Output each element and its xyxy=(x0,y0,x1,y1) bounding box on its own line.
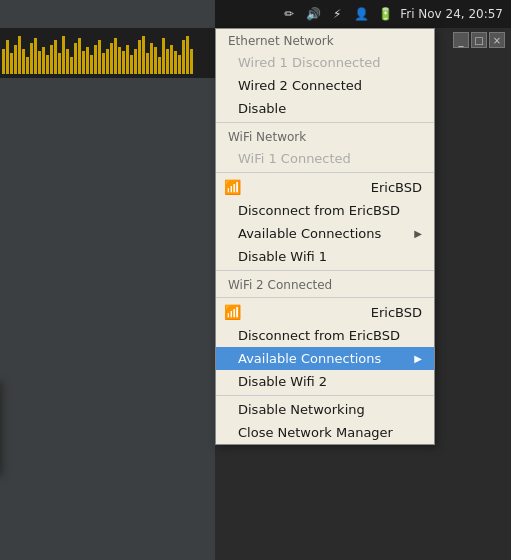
maximize-button[interactable]: □ xyxy=(471,32,487,48)
taskbar-time: Fri Nov 24, 20:57 xyxy=(400,7,503,21)
network-icon[interactable]: ⚡ xyxy=(328,5,346,23)
battery-icon[interactable]: 🔋 xyxy=(376,5,394,23)
wifi1-connected-item[interactable]: WiFi 1 Connected xyxy=(216,147,434,170)
taskbar-right: ✏ 🔊 ⚡ 👤 🔋 Fri Nov 24, 20:57 xyxy=(280,5,511,23)
arrow-icon-2: ▶ xyxy=(414,353,422,364)
available-connections-1-item[interactable]: Available Connections ▶ xyxy=(216,222,434,245)
disable-wifi2-item[interactable]: Disable Wifi 2 xyxy=(216,370,434,393)
separator-1 xyxy=(216,122,434,123)
volume-icon[interactable]: 🔊 xyxy=(304,5,322,23)
close-network-manager-item[interactable]: Close Network Manager xyxy=(216,421,434,444)
ericbsd-label-2: EricBSD xyxy=(371,305,422,320)
separator-5 xyxy=(216,395,434,396)
available-connections-1-label: Available Connections xyxy=(238,226,381,241)
separator-4 xyxy=(216,297,434,298)
disable-wifi1-item[interactable]: Disable Wifi 1 xyxy=(216,245,434,268)
available-connections-2-label: Available Connections xyxy=(238,351,381,366)
ericbsd-header-2: 📶 EricBSD xyxy=(216,300,434,324)
background-panel xyxy=(0,0,215,560)
win-controls: _ □ × xyxy=(447,28,511,52)
wifi-signal-icon-1: 📶 xyxy=(224,179,241,195)
ericbsd-label-1: EricBSD xyxy=(371,180,422,195)
wifi-signal-icon-2: 📶 xyxy=(224,304,241,320)
waveform-chart xyxy=(0,28,215,78)
wifi-network-header: WiFi Network xyxy=(216,125,434,147)
ethernet-network-header: Ethernet Network xyxy=(216,29,434,51)
ericbsd-header-1: 📶 EricBSD xyxy=(216,175,434,199)
context-menu: Ethernet Network Wired 1 Disconnected Wi… xyxy=(215,28,435,445)
wifi2-connected-header: WiFi 2 Connected xyxy=(216,273,434,295)
wired1-disconnected-item[interactable]: Wired 1 Disconnected xyxy=(216,51,434,74)
disable-wired-item[interactable]: Disable xyxy=(216,97,434,120)
arrow-icon-1: ▶ xyxy=(414,228,422,239)
minimize-button[interactable]: _ xyxy=(453,32,469,48)
separator-2 xyxy=(216,172,434,173)
disconnect-ericbsd-1-item[interactable]: Disconnect from EricBSD xyxy=(216,199,434,222)
close-button[interactable]: × xyxy=(489,32,505,48)
user-icon[interactable]: 👤 xyxy=(352,5,370,23)
available-connections-2-item[interactable]: Available Connections ▶ xyxy=(216,347,434,370)
pencil-icon[interactable]: ✏ xyxy=(280,5,298,23)
separator-3 xyxy=(216,270,434,271)
disconnect-ericbsd-2-item[interactable]: Disconnect from EricBSD xyxy=(216,324,434,347)
wired2-connected-item[interactable]: Wired 2 Connected xyxy=(216,74,434,97)
disable-networking-item[interactable]: Disable Networking xyxy=(216,398,434,421)
